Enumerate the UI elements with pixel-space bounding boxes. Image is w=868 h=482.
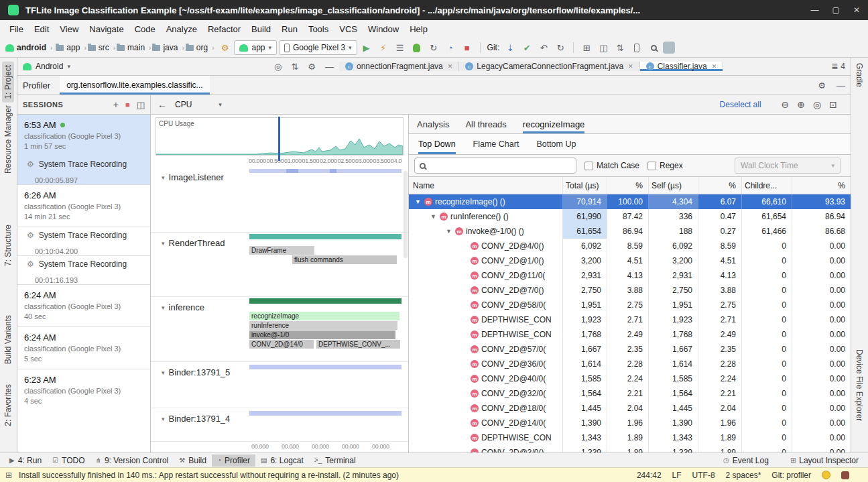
analysis-tab[interactable]: recognizeImage [523,115,585,133]
match-case-checkbox[interactable]: Match Case [584,161,639,170]
analysis-tab[interactable]: All threads [465,115,506,133]
minimize-button[interactable]: — [811,5,819,15]
timeline-selection-line[interactable] [278,117,280,161]
status-message[interactable]: Install successfully finished in 140 ms.… [19,471,630,480]
table-row[interactable]: m CONV_2D@7/0() 2,750 3.88 2,750 3.88 0 … [409,283,851,298]
back-arrow-icon[interactable]: ← [158,99,167,110]
thread-row[interactable]: ▾ImageListener [151,167,408,233]
collapse-arrow-icon[interactable]: ▾ [162,369,165,376]
profiler-settings-gear-icon[interactable]: ⚙ [818,80,826,91]
table-row[interactable]: m CONV_2D@11/0( 2,931 4.13 2,931 4.13 0 … [409,268,851,283]
deselect-all-link[interactable]: Deselect all [720,100,761,109]
table-row[interactable]: m CONV_2D@40/0( 1,585 2.24 1,585 2.24 0 … [409,371,851,386]
expand-arrow[interactable]: ▼ [414,198,422,205]
git-commit-button[interactable]: ✔ [519,40,534,55]
stop-button[interactable]: ■ [460,40,475,55]
analysis-tab[interactable]: Analysis [417,115,449,133]
hide-profiler-icon[interactable]: — [836,80,845,91]
profiler-view-selector[interactable]: CPU ▾ [175,100,222,109]
menu-item[interactable]: Help [404,21,433,37]
thread-row[interactable]: ▾Binder:13791_4 [151,408,408,442]
tool-stripe-device-file-explorer[interactable]: Device File Explorer [855,349,864,421]
sync-gradle-button[interactable]: ⊞ [579,40,594,55]
encoding-indicator[interactable]: UTF-8 [692,471,715,480]
tool-window-button[interactable]: ▤ 6: Logcat [255,455,309,467]
trace-event-bar-selected[interactable]: recognizeImage [249,312,399,320]
git-update-button[interactable]: ⇣ [503,40,517,55]
trace-event-bar[interactable]: DEPTHWISE_CONV_... [316,340,400,349]
attach-debugger-button[interactable]: ↻ [426,40,441,55]
table-row[interactable]: m CONV_2D@18/0( 1,445 2.04 1,445 2.04 0 … [409,401,851,416]
menu-item[interactable]: Refactor [202,21,246,37]
thread-track[interactable] [249,167,401,232]
breadcrumb-item[interactable]: java › [152,43,185,52]
trace-event-bar[interactable]: runInference [249,321,397,330]
tool-stripe-resource-manager[interactable]: Resource Manager [2,102,14,177]
session-entry[interactable]: 6:53 AM classification (Google Pixel 3) … [17,115,150,156]
column-header-self[interactable]: Self (µs) [648,177,698,194]
table-row[interactable]: m CONV_2D@1/0() 3,200 4.51 3,200 4.51 0 … [409,253,851,268]
column-header-total[interactable]: Total (µs) [562,177,607,194]
stop-session-icon[interactable]: ■ [125,101,130,109]
breadcrumb-module[interactable]: android › [5,43,54,52]
tool-window-button[interactable]: ☑ TODO [47,455,90,467]
tool-stripe-favorites[interactable]: 2: Favorites [2,381,14,430]
zoom-to-selection-icon[interactable]: ⊡ [829,99,837,110]
cpu-scrollbar[interactable] [404,171,408,258]
thread-row[interactable]: ▾inference recognizeImage runInference i… [151,297,408,362]
table-row[interactable]: m CONV_2D@3/0() 1,339 1.89 1,339 1.89 0 … [409,445,851,453]
zoom-in-icon[interactable]: ⊕ [797,99,805,110]
tool-stripe-project[interactable]: 1: Project [2,62,14,103]
locate-file-icon[interactable]: ◎ [274,62,282,72]
apply-changes-button[interactable]: ⚡ [376,40,391,55]
tool-window-button[interactable]: ◔ Profiler [212,455,255,467]
tool-window-button[interactable]: ⊞ Layout Inspector [785,455,864,467]
close-tab-icon[interactable]: ✕ [448,63,453,70]
menu-item[interactable]: Navigate [84,21,129,37]
menu-item[interactable]: Analyze [161,21,202,37]
filter-search-field[interactable] [414,158,576,174]
collapse-sessions-icon[interactable]: ◫ [137,100,145,110]
session-entry[interactable]: 6:24 AM classification (Google Pixel 3) … [17,326,150,369]
editor-tab[interactable]: c Classifier.java ✕ [640,62,724,71]
collapse-arrow-icon[interactable]: ▾ [162,304,165,311]
breadcrumb-item[interactable]: main › [117,43,152,52]
tool-window-button[interactable]: ⋔ 9: Version Control [90,455,174,467]
thread-row[interactable]: ▾RenderThread DrawFrame flush commands [151,233,408,297]
table-row[interactable]: m CONV_2D@32/0( 1,564 2.21 1,564 2.21 0 … [409,386,851,401]
session-entry[interactable]: 6:26 AM classification (Google Pixel 3) … [17,184,150,227]
tool-stripe-build-variants[interactable]: Build Variants [2,312,14,367]
menu-item[interactable]: Tools [303,21,334,37]
editor-tab[interactable]: c LegacyCameraConnectionFragment.java ✕ [459,62,639,71]
breadcrumb-item[interactable]: org › [186,43,216,52]
filter-search-input[interactable] [430,161,571,170]
sdk-manager-button[interactable]: ⇅ [613,40,627,55]
regex-checkbox[interactable]: Regex [647,161,683,170]
column-header-total-pct[interactable]: % [607,177,648,194]
collapse-all-icon[interactable]: ⇅ [291,62,298,72]
git-revert-button[interactable]: ↶ [536,40,551,55]
tool-stripe-gradle[interactable]: Gradle [855,63,864,87]
column-header-children[interactable]: Childre... [741,177,792,194]
tool-window-button[interactable]: >_ Terminal [309,455,361,467]
clock-type-dropdown[interactable]: Wall Clock Time ▾ [735,158,841,174]
run-configurations-icon[interactable]: ☰ [393,40,408,55]
column-header-name[interactable]: Name [409,177,562,194]
tool-window-button[interactable]: ◷ Event Log [718,455,774,467]
hide-panel-icon[interactable]: — [325,62,334,72]
thread-track[interactable] [249,362,401,408]
column-header-self-pct[interactable]: % [698,177,741,194]
table-row[interactable]: ▼ m recognizeImage() () 70,914 100.00 4,… [409,194,851,209]
search-everywhere-button[interactable] [646,40,661,55]
session-entry[interactable]: ⚙ System Trace Recording 00:01:16.193 [17,255,150,284]
maximize-button[interactable]: ▢ [832,5,840,15]
table-row[interactable]: m CONV_2D@36/0( 1,614 2.28 1,614 2.28 0 … [409,357,851,371]
collapse-arrow-icon[interactable]: ▾ [162,174,165,181]
wrench-icon[interactable]: ⚙ [217,40,232,55]
session-entry[interactable]: 6:23 AM classification (Google Pixel 3) … [17,369,150,411]
menu-item[interactable]: Run [276,21,303,37]
git-history-button[interactable]: ↻ [553,40,568,55]
debug-button[interactable] [410,40,424,55]
table-row[interactable]: m DEPTHWISE_CON 1,343 1.89 1,343 1.89 0 … [409,430,851,445]
thread-track[interactable]: DrawFrame flush commands [249,233,401,296]
